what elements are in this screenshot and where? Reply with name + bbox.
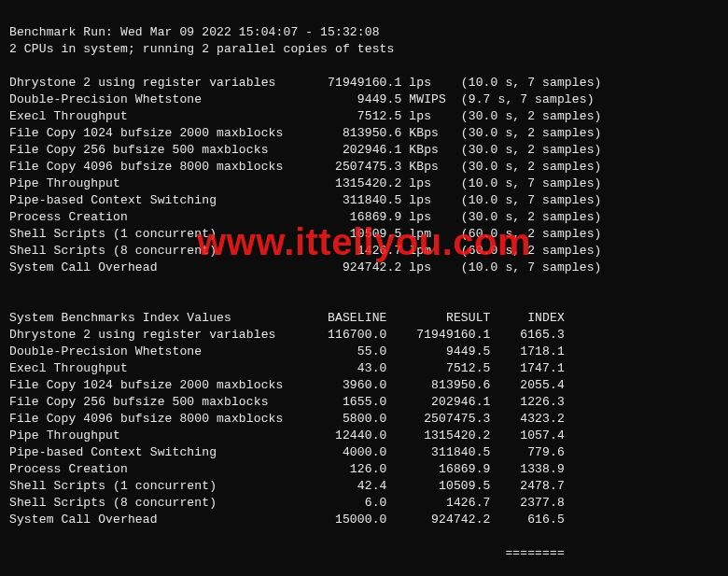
terminal-output: Benchmark Run: Wed Mar 09 2022 15:04:07 …	[0, 0, 728, 576]
benchmark-results-table: Dhrystone 2 using register variables 719…	[9, 75, 719, 276]
score-separator-line: ========	[9, 545, 719, 562]
cpu-info-line: 2 CPUs in system; running 2 parallel cop…	[9, 42, 394, 56]
benchmark-run-line: Benchmark Run: Wed Mar 09 2022 15:04:07 …	[9, 25, 380, 39]
index-table: System Benchmarks Index Values BASELINE …	[9, 310, 719, 528]
